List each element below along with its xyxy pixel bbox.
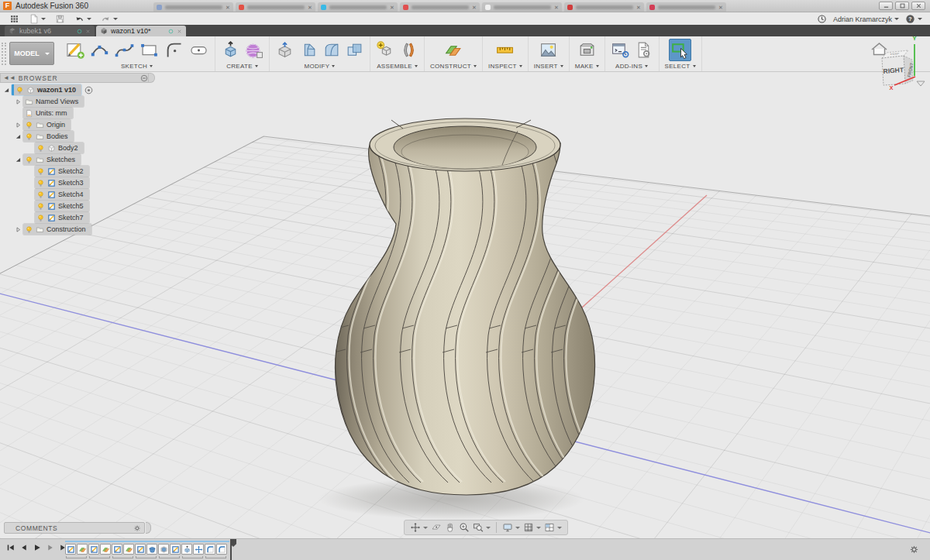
look-at-tool-button[interactable] (431, 522, 442, 533)
visibility-bulb-icon[interactable] (36, 202, 45, 211)
recent-data-clock-icon[interactable] (817, 14, 827, 24)
combine-button[interactable] (345, 40, 364, 60)
go-to-start-button[interactable] (6, 543, 16, 552)
toolbar-group-label[interactable]: ADD-INS (615, 63, 648, 70)
play-button[interactable] (33, 543, 42, 552)
expand-arrow-icon[interactable] (15, 122, 22, 129)
create-sketch-button[interactable] (64, 40, 85, 60)
background-browser-tab[interactable]: ✕ (482, 2, 562, 12)
canvas-button[interactable] (539, 40, 558, 60)
close-icon[interactable] (85, 29, 91, 34)
save-button[interactable] (55, 14, 65, 24)
comments-bar[interactable]: COMMENTS (4, 522, 145, 534)
user-menu[interactable]: Adrian Kramarczyk (833, 15, 899, 23)
print3d-button[interactable] (577, 40, 597, 60)
browser-row-origin[interactable]: Origin (15, 119, 71, 130)
timeline-feature-loft[interactable] (146, 544, 157, 555)
browser-row-wazon1-v10[interactable]: wazon1 v10 (3, 84, 94, 95)
visibility-bulb-icon[interactable] (36, 144, 45, 153)
3d-viewport[interactable]: ◄◄ BROWSER wazon1 v10Named ViewsUnits: m… (0, 72, 930, 538)
toolbar-group-label[interactable]: ASSEMBLE (377, 63, 418, 70)
browser-row-sketches[interactable]: Sketches (15, 154, 81, 165)
joint-button[interactable] (399, 40, 418, 60)
browser-row-body2[interactable]: Body2 (26, 143, 84, 153)
view-cube-body[interactable]: RIGHTFRONTTOP (882, 50, 914, 85)
visibility-bulb-icon[interactable] (36, 167, 45, 176)
timeline-feature-move[interactable] (193, 544, 204, 555)
close-icon[interactable]: ✕ (226, 5, 230, 10)
timeline-feature-plane[interactable] (100, 544, 111, 555)
expand-arrow-icon[interactable] (15, 226, 22, 233)
close-icon[interactable]: ✕ (636, 5, 641, 10)
viewports-tool-button[interactable] (544, 522, 562, 533)
timeline-feature-fillet[interactable] (216, 544, 227, 555)
extrude-button[interactable] (221, 40, 240, 60)
measure-button[interactable] (495, 40, 515, 60)
visibility-bulb-icon[interactable] (25, 132, 33, 141)
toolbar-group-label[interactable]: SKETCH (121, 63, 153, 70)
display-tool-button[interactable] (502, 522, 520, 533)
browser-row-sketch5[interactable]: Sketch5 (26, 201, 89, 211)
file-button[interactable] (29, 14, 46, 24)
document-tab[interactable]: kubek1 v6 (5, 26, 95, 36)
chamfer-button[interactable] (298, 40, 318, 60)
timeline-feature-sketch[interactable] (112, 544, 122, 555)
redo-button[interactable] (101, 14, 118, 24)
collapse-arrow-icon[interactable] (3, 87, 10, 94)
visibility-bulb-icon[interactable] (16, 86, 24, 94)
undo-button[interactable] (74, 14, 91, 24)
form-button[interactable] (244, 40, 264, 60)
plane-button[interactable] (443, 40, 463, 60)
spline-button[interactable] (114, 40, 135, 60)
arc-button[interactable] (89, 40, 110, 60)
view-cube-menu-arrow[interactable] (917, 81, 925, 86)
pan-tool-button[interactable] (445, 522, 456, 533)
timeline-feature-extrude[interactable] (181, 544, 192, 555)
maximize-button[interactable] (895, 2, 909, 10)
close-icon[interactable]: ✕ (472, 5, 477, 10)
timeline-feature-sketch[interactable] (170, 544, 181, 555)
arc-fillet-button[interactable] (164, 40, 184, 60)
visibility-bulb-icon[interactable] (36, 214, 45, 222)
visibility-bulb-icon[interactable] (25, 156, 33, 164)
minimize-button[interactable] (879, 2, 893, 10)
close-icon[interactable]: ✕ (554, 5, 559, 10)
close-icon[interactable] (177, 29, 182, 34)
toolbar-group-label[interactable]: INSPECT (488, 63, 522, 70)
timeline-feature-sketch[interactable] (135, 544, 146, 555)
vase-model[interactable] (309, 119, 614, 495)
browser-row-bodies[interactable]: Bodies (15, 131, 74, 142)
browser-row-sketch3[interactable]: Sketch3 (26, 177, 89, 188)
zoom-tool-button[interactable] (459, 522, 470, 533)
visibility-bulb-icon[interactable] (36, 179, 45, 187)
browser-row-sketch7[interactable]: Sketch7 (26, 212, 89, 223)
select-button[interactable] (669, 39, 691, 61)
close-button[interactable] (911, 2, 925, 10)
toolbar-group-label[interactable]: INSERT (534, 63, 563, 70)
slot-button[interactable] (188, 40, 209, 60)
toolbar-group-label[interactable]: CONSTRUCT (430, 63, 477, 70)
browser-row-sketch2[interactable]: Sketch2 (26, 166, 89, 177)
visibility-bulb-icon[interactable] (25, 225, 33, 234)
timeline-feature-fillet[interactable] (205, 544, 215, 555)
toolbar-group-label[interactable]: SELECT (665, 63, 696, 70)
press-pull-button[interactable] (275, 40, 294, 60)
workspace-switcher[interactable]: MODEL (9, 42, 54, 65)
addin-button[interactable] (634, 40, 653, 60)
browser-row-named-views[interactable]: Named Views (15, 96, 84, 107)
fillet3d-button[interactable] (322, 40, 341, 60)
remove-icon[interactable] (140, 74, 148, 82)
new-component-button[interactable] (376, 40, 395, 60)
step-forward-button[interactable] (46, 543, 55, 552)
home-icon[interactable] (872, 43, 887, 55)
app-grid-button[interactable] (9, 14, 19, 24)
toolbar-group-label[interactable]: MAKE (575, 63, 599, 70)
background-browser-tab[interactable]: ✕ (236, 2, 315, 12)
timeline-feature-sketch[interactable] (65, 544, 76, 555)
browser-row-sketch4[interactable]: Sketch4 (26, 189, 89, 200)
step-back-button[interactable] (19, 543, 29, 552)
close-icon[interactable]: ✕ (308, 5, 312, 10)
background-browser-tab[interactable]: ✕ (153, 2, 233, 12)
comments-settings-gear-icon[interactable] (133, 524, 141, 532)
toolbar-group-label[interactable]: CREATE (226, 63, 258, 70)
